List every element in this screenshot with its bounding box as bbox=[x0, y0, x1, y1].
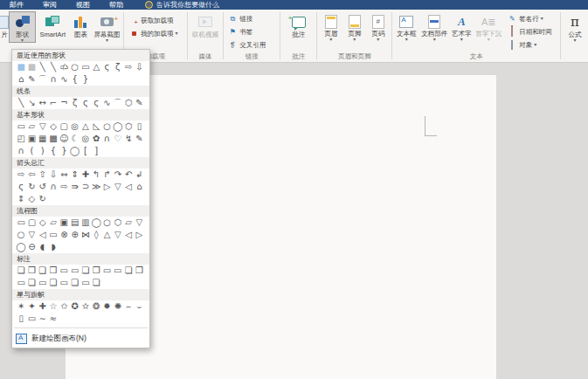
screenshot-button[interactable]: + 屏幕截图 ▾ bbox=[92, 11, 122, 43]
my-addins-button[interactable]: 我的加载项 ▾ bbox=[128, 27, 178, 40]
shape-cell[interactable]: ▷ bbox=[134, 230, 144, 240]
shape-cell[interactable]: ≫ bbox=[91, 182, 101, 192]
shape-cell[interactable]: ▭➤ bbox=[59, 62, 69, 72]
drop-cap-button[interactable]: A≣ 首字下沉 ▾ bbox=[474, 11, 503, 42]
shape-cell[interactable]: ς bbox=[80, 98, 91, 108]
shape-cell[interactable]: ╲ bbox=[48, 62, 59, 72]
shape-cell[interactable]: ◺ bbox=[91, 121, 101, 132]
shape-cell[interactable]: ▭ bbox=[16, 217, 26, 228]
shape-cell[interactable]: ☺ bbox=[59, 134, 69, 144]
shape-cell[interactable]: ∿ bbox=[101, 98, 112, 108]
shape-cell[interactable]: } bbox=[80, 74, 91, 85]
shape-cell[interactable]: ▭ bbox=[101, 265, 112, 276]
shape-cell[interactable]: ▽ bbox=[113, 230, 123, 240]
shape-cell[interactable]: ❏ bbox=[16, 265, 26, 276]
shape-cell[interactable]: ▽ bbox=[134, 217, 144, 228]
quick-parts-button[interactable]: 文档部件 ▾ bbox=[419, 11, 449, 42]
shape-cell[interactable]: ▭ bbox=[26, 314, 37, 324]
shape-cell[interactable]: △ bbox=[101, 230, 112, 240]
shape-cell[interactable]: ⇦ bbox=[26, 169, 37, 180]
shape-cell[interactable]: ✎ bbox=[134, 134, 144, 144]
shape-cell[interactable]: ∩ bbox=[48, 74, 59, 85]
shape-cell[interactable]: ⌣ bbox=[134, 301, 144, 312]
shape-cell[interactable]: ↻ bbox=[38, 194, 48, 204]
tab-help[interactable]: 帮助 bbox=[109, 0, 123, 10]
shape-cell[interactable]: ⇔ bbox=[59, 169, 69, 180]
shape-cell[interactable]: ❑ bbox=[38, 265, 48, 276]
shape-cell[interactable]: ○ bbox=[16, 230, 26, 240]
tell-me-search[interactable]: 告诉我你想要做什么 bbox=[156, 0, 219, 10]
shape-cell[interactable]: ❐ bbox=[134, 265, 144, 276]
shape-cell[interactable]: [ bbox=[80, 146, 91, 156]
object-button[interactable]: 对象 ▾ bbox=[507, 38, 552, 52]
header-button[interactable]: 页眉 ▾ bbox=[319, 11, 342, 42]
shape-cell[interactable]: ↺ bbox=[38, 182, 48, 192]
shape-cell[interactable]: ζ bbox=[113, 62, 123, 72]
comment-button[interactable]: 批注 bbox=[284, 11, 314, 38]
shape-cell[interactable]: ☆ bbox=[48, 301, 59, 312]
shape-cell[interactable]: ☾ bbox=[69, 134, 80, 144]
shape-cell[interactable]: ▭ bbox=[80, 278, 91, 288]
footer-button[interactable]: 页脚 ▾ bbox=[342, 11, 366, 42]
shape-cell[interactable]: ◰ bbox=[16, 134, 26, 144]
shape-cell[interactable]: ς bbox=[16, 182, 26, 192]
shape-cell[interactable]: { bbox=[69, 74, 80, 85]
shape-cell[interactable]: ◎ bbox=[69, 121, 80, 132]
shape-cell[interactable]: ⌒ bbox=[38, 74, 48, 85]
shape-cell[interactable]: ⌂ bbox=[16, 74, 26, 85]
shape-cell[interactable]: ▭ bbox=[38, 278, 48, 288]
shape-cell[interactable]: ⇛ bbox=[69, 182, 80, 192]
shape-cell[interactable]: ⬡ bbox=[123, 98, 134, 108]
shape-cell[interactable]: ✪ bbox=[69, 301, 80, 312]
shape-cell[interactable]: ↱ bbox=[101, 169, 112, 180]
shape-cell[interactable]: ✎ bbox=[134, 98, 144, 108]
shape-cell[interactable]: ◁ bbox=[123, 230, 134, 240]
shape-cell[interactable]: ▯ bbox=[134, 121, 144, 132]
shape-cell[interactable]: ) bbox=[38, 146, 48, 156]
shape-cell[interactable]: ▱ bbox=[26, 121, 37, 132]
shape-cell[interactable]: ○ bbox=[69, 62, 80, 72]
shape-cell[interactable]: ↶ bbox=[123, 169, 134, 180]
shape-cell[interactable]: ▱ bbox=[123, 217, 134, 228]
date-time-button[interactable]: 日期和时间 bbox=[507, 25, 552, 38]
shape-cell[interactable]: ∼ bbox=[38, 314, 48, 324]
shape-cell[interactable]: ❏ bbox=[123, 265, 134, 276]
shape-cell[interactable]: ≈ bbox=[48, 314, 59, 324]
shape-cell[interactable]: ■ bbox=[16, 62, 26, 72]
shape-cell[interactable]: △ bbox=[91, 62, 101, 72]
shape-cell[interactable]: ↲ bbox=[134, 169, 144, 180]
shape-cell[interactable]: ↔ bbox=[38, 98, 48, 108]
shape-cell[interactable]: ↯ bbox=[123, 134, 134, 144]
shape-cell[interactable]: ⌐ bbox=[48, 98, 59, 108]
shape-cell[interactable]: ▭ bbox=[16, 278, 26, 288]
shape-cell[interactable]: ⊕ bbox=[69, 230, 80, 240]
shape-cell[interactable]: ✹ bbox=[101, 301, 112, 312]
shape-cell[interactable]: ▱ bbox=[48, 217, 59, 228]
shape-cell[interactable]: ✦ bbox=[26, 301, 37, 312]
shape-cell[interactable]: ▭ bbox=[69, 265, 80, 276]
shape-cell[interactable]: ▽ bbox=[113, 182, 123, 192]
shape-cell[interactable]: ❂ bbox=[91, 301, 101, 312]
textbox-button[interactable]: 文本框 ▾ bbox=[393, 11, 419, 42]
shape-cell[interactable]: ∿ bbox=[59, 74, 69, 85]
shape-cell[interactable]: ▢ bbox=[59, 121, 69, 132]
shape-cell[interactable]: ❏ bbox=[26, 278, 37, 288]
shape-cell[interactable]: ◎ bbox=[80, 134, 91, 144]
shape-cell[interactable]: ⌂ bbox=[134, 182, 144, 192]
shape-cell[interactable]: ▭ bbox=[16, 121, 26, 132]
shape-cell[interactable]: ▽ bbox=[26, 230, 37, 240]
tab-mailings[interactable]: 邮件 bbox=[10, 0, 24, 10]
shape-cell[interactable]: ◊ bbox=[91, 230, 101, 240]
shape-cell[interactable]: ◯ bbox=[16, 242, 26, 252]
shape-cell[interactable]: ◇ bbox=[38, 217, 48, 228]
shape-cell[interactable]: ◇ bbox=[48, 121, 59, 132]
shape-cell[interactable]: ▢ bbox=[26, 217, 37, 228]
wordart-button[interactable]: A 艺术字 ▾ bbox=[449, 11, 474, 42]
page-number-button[interactable]: # 页码 ▾ bbox=[366, 11, 390, 42]
shape-cell[interactable]: ◇ bbox=[26, 194, 37, 204]
shape-cell[interactable]: ⌒ bbox=[113, 98, 123, 108]
cross-reference-button[interactable]: ❡ 交叉引用 bbox=[227, 38, 266, 52]
shape-cell[interactable]: ✚ bbox=[38, 301, 48, 312]
shape-cell[interactable]: ς bbox=[91, 98, 101, 108]
shape-cell[interactable]: ⇩ bbox=[134, 62, 144, 72]
